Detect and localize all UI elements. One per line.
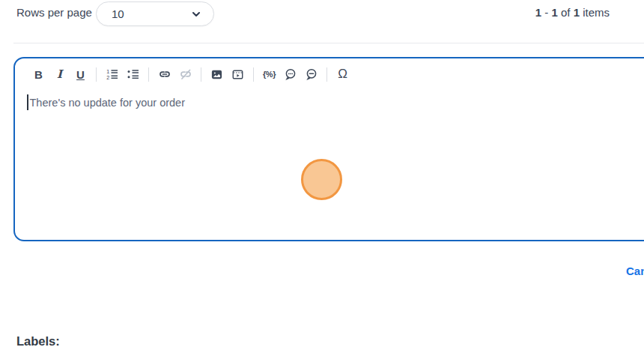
labels-heading: Labels: [16, 334, 60, 349]
toolbar-separator [253, 67, 254, 82]
rows-per-page-label: Rows per page [16, 6, 92, 19]
text-cursor [27, 94, 28, 110]
toolbar-separator [96, 67, 97, 82]
rich-text-editor[interactable]: B I U 1 2 [13, 57, 644, 241]
insert-image-button[interactable] [209, 66, 225, 82]
comment-minus-button[interactable] [303, 66, 319, 82]
comment-dots-button[interactable] [282, 66, 298, 82]
range-start: 1 [535, 6, 541, 19]
toolbar-separator [201, 67, 201, 82]
image-icon [210, 68, 223, 81]
bold-button[interactable]: B [31, 66, 46, 82]
rows-per-page-select[interactable]: 10 [96, 1, 214, 26]
toolbar-separator [148, 67, 149, 82]
range-dash: - [544, 6, 548, 19]
italic-button[interactable]: I [52, 66, 67, 82]
rows-per-page-value: 10 [112, 7, 124, 20]
ordered-list-button[interactable]: 1 2 [104, 66, 120, 82]
chevron-down-icon [191, 9, 201, 19]
editor-content-area[interactable]: There's no update for your order [27, 94, 644, 110]
comment-minus-icon [305, 67, 318, 81]
of-label: of [561, 6, 571, 19]
svg-text:2: 2 [106, 74, 109, 81]
total-count: 1 [574, 6, 580, 19]
toolbar-separator [326, 67, 327, 82]
bullet-list-button[interactable] [125, 66, 141, 82]
ordered-list-icon: 1 2 [106, 67, 119, 81]
unlink-button[interactable] [177, 66, 193, 82]
special-character-button[interactable]: Ω [335, 66, 350, 82]
items-label: items [583, 6, 610, 19]
editor-toolbar: B I U 1 2 [15, 58, 644, 82]
editor-text: There's no update for your order [30, 97, 186, 109]
bullet-list-icon [127, 67, 140, 81]
insert-link-button[interactable] [157, 66, 172, 82]
underline-button[interactable]: U [73, 66, 88, 82]
insert-video-button[interactable] [230, 66, 246, 82]
unlink-icon [179, 67, 192, 81]
range-end: 1 [551, 6, 557, 19]
comment-dots-icon [284, 67, 297, 81]
cancel-button[interactable]: Cancel [626, 265, 644, 277]
pagination-summary: 1 - 1 of 1 items [535, 6, 610, 19]
insert-variable-button[interactable]: {%} [261, 66, 277, 82]
video-icon [231, 68, 244, 81]
divider [13, 43, 644, 43]
link-icon [158, 67, 171, 81]
click-marker [301, 159, 342, 200]
